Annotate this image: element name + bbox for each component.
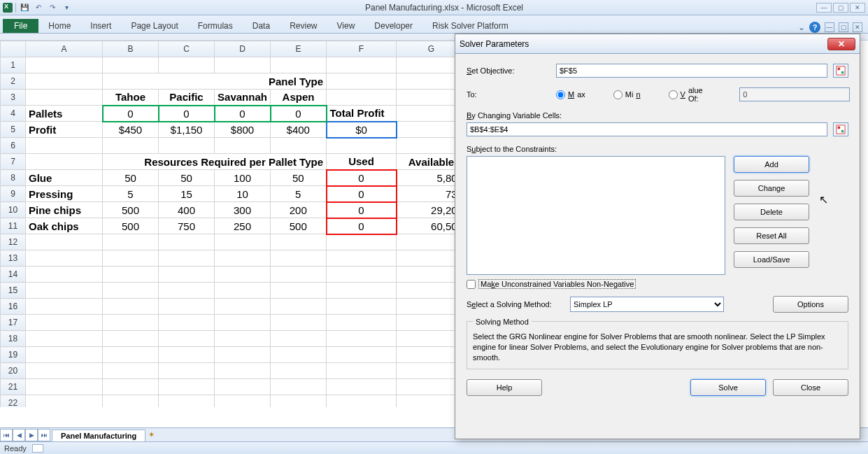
tab-insert[interactable]: Insert [80, 19, 121, 33]
cell[interactable]: 100 [215, 170, 271, 186]
row-header[interactable]: 6 [1, 138, 26, 154]
used-cell[interactable]: 0 [327, 170, 397, 186]
tab-nav-first-icon[interactable]: ⏮ [0, 429, 13, 441]
change-button[interactable]: Change [734, 180, 809, 197]
col-header[interactable]: A [26, 41, 103, 57]
row-header[interactable]: 18 [1, 331, 26, 347]
row-header[interactable]: 10 [1, 202, 26, 218]
changing-cells-input[interactable] [467, 122, 827, 136]
col-header[interactable]: D [215, 41, 271, 57]
delete-button[interactable]: Delete [734, 204, 809, 220]
tab-page-layout[interactable]: Page Layout [121, 19, 187, 33]
used-cell[interactable]: 0 [327, 202, 397, 218]
cell[interactable]: 750 [159, 218, 215, 234]
close-button[interactable]: Close [773, 379, 848, 396]
row-header[interactable]: 2 [1, 73, 26, 90]
cell[interactable]: 500 [271, 218, 327, 234]
cell[interactable]: 15 [159, 186, 215, 202]
new-sheet-icon[interactable]: ✶ [148, 430, 162, 439]
load-save-button[interactable]: Load/Save [734, 251, 809, 268]
cell[interactable]: 200 [271, 202, 327, 218]
ribbon-chevron-icon[interactable]: ⌄ [798, 22, 805, 32]
tab-formulas[interactable]: Formulas [188, 19, 243, 33]
radio-min[interactable]: Min [613, 90, 641, 99]
range-picker-icon[interactable] [833, 122, 848, 136]
sheet-grid[interactable]: A B C D E F G 1 2Panel Type 3 Tahoe Paci… [0, 41, 467, 407]
help-icon[interactable]: ? [809, 22, 820, 33]
row-header[interactable]: 5 [1, 122, 26, 138]
cell[interactable]: 0 [103, 106, 159, 122]
set-objective-input[interactable] [556, 64, 827, 78]
row-header[interactable]: 12 [1, 234, 26, 250]
col-header[interactable]: B [103, 41, 159, 57]
tab-nav-prev-icon[interactable]: ◀ [13, 429, 25, 441]
row-header[interactable]: 13 [1, 250, 26, 267]
tab-nav-next-icon[interactable]: ▶ [25, 429, 38, 441]
cell[interactable]: $1,150 [159, 122, 215, 138]
cell[interactable]: 0 [159, 106, 215, 122]
constraints-listbox[interactable] [467, 156, 725, 275]
max-radio[interactable] [556, 90, 565, 99]
row-header[interactable]: 17 [1, 315, 26, 331]
cell[interactable]: 5 [271, 186, 327, 202]
minimize-button[interactable]: — [816, 3, 832, 13]
row-header[interactable]: 3 [1, 90, 26, 106]
row-header[interactable]: 1 [1, 57, 26, 73]
cell[interactable]: $800 [215, 122, 271, 138]
cell[interactable]: 50 [103, 170, 159, 186]
qat-dropdown-icon[interactable]: ▾ [61, 2, 72, 13]
col-header[interactable]: C [159, 41, 215, 57]
used-cell[interactable]: 0 [327, 186, 397, 202]
tab-nav-last-icon[interactable]: ⏭ [38, 429, 50, 441]
row-header[interactable]: 8 [1, 170, 26, 186]
nonneg-checkbox[interactable] [467, 280, 476, 289]
row-header[interactable]: 15 [1, 283, 26, 299]
ribbon-restore-icon[interactable]: ▢ [839, 22, 848, 32]
radio-max[interactable]: Max [556, 90, 585, 99]
cell[interactable]: 50 [159, 170, 215, 186]
row-header[interactable]: 11 [1, 218, 26, 234]
reset-all-button[interactable]: Reset All [734, 227, 809, 244]
row-header[interactable]: 9 [1, 186, 26, 202]
redo-icon[interactable]: ↷ [47, 2, 58, 13]
ribbon-close-icon[interactable]: ✕ [853, 22, 862, 32]
tab-home[interactable]: Home [38, 19, 80, 33]
row-header[interactable]: 7 [1, 154, 26, 170]
cell[interactable]: 0 [271, 106, 327, 122]
tab-risk-solver[interactable]: Risk Solver Platform [422, 19, 518, 33]
macro-record-icon[interactable] [32, 444, 43, 453]
cell[interactable]: 50 [271, 170, 327, 186]
row-header[interactable]: 14 [1, 267, 26, 283]
solving-method-select[interactable]: Simplex LP [570, 297, 724, 312]
used-cell[interactable]: 0 [327, 218, 397, 234]
cell[interactable]: $400 [271, 122, 327, 138]
undo-icon[interactable]: ↶ [33, 2, 44, 13]
options-button[interactable]: Options [773, 296, 848, 313]
tab-data[interactable]: Data [243, 19, 280, 33]
close-window-button[interactable]: ✕ [850, 3, 865, 13]
cell[interactable]: 5 [103, 186, 159, 202]
valueof-radio[interactable] [669, 90, 678, 99]
tab-view[interactable]: View [327, 19, 365, 33]
row-header[interactable]: 22 [1, 395, 26, 408]
add-button[interactable]: Add [734, 156, 809, 173]
col-header[interactable]: F [327, 41, 397, 57]
help-button[interactable]: Help [467, 379, 542, 396]
sheet-tab[interactable]: Panel Manufacturing [52, 430, 145, 441]
total-profit-cell[interactable]: $0 [327, 122, 397, 138]
dialog-close-button[interactable]: ✕ [827, 38, 855, 50]
cell[interactable]: 10 [215, 186, 271, 202]
row-header[interactable]: 21 [1, 379, 26, 395]
cell[interactable]: 500 [103, 218, 159, 234]
cell[interactable]: 0 [215, 106, 271, 122]
file-tab[interactable]: File [3, 19, 38, 33]
cell[interactable]: 300 [215, 202, 271, 218]
tab-developer[interactable]: Developer [364, 19, 422, 33]
ribbon-min-icon[interactable]: — [825, 22, 834, 32]
row-header[interactable]: 20 [1, 363, 26, 379]
cell[interactable]: 500 [103, 202, 159, 218]
min-radio[interactable] [613, 90, 622, 99]
dialog-titlebar[interactable]: Solver Parameters ✕ [455, 34, 860, 54]
save-icon[interactable]: 💾 [19, 2, 30, 13]
range-picker-icon[interactable] [833, 64, 848, 78]
